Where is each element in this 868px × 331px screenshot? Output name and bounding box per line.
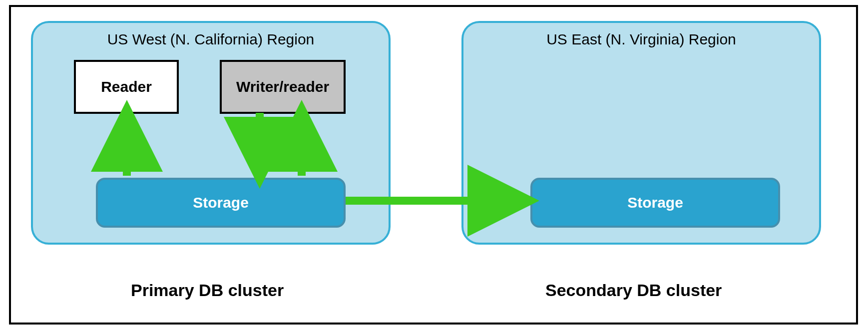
secondary-storage: Storage	[530, 178, 780, 228]
reader-node: Reader	[74, 60, 179, 114]
primary-caption: Primary DB cluster	[131, 281, 284, 300]
diagram-frame: US West (N. California) Region Reader Wr…	[9, 5, 858, 325]
writer-node: Writer/reader	[220, 60, 346, 114]
primary-storage-label: Storage	[193, 194, 249, 211]
reader-node-label: Reader	[101, 78, 152, 95]
primary-region-title: US West (N. California) Region	[33, 31, 389, 48]
writer-node-label: Writer/reader	[236, 78, 329, 95]
secondary-storage-label: Storage	[627, 194, 683, 211]
primary-region-box: US West (N. California) Region Reader Wr…	[31, 21, 391, 245]
primary-storage: Storage	[96, 178, 346, 228]
secondary-caption: Secondary DB cluster	[545, 281, 722, 300]
secondary-region-title: US East (N. Virginia) Region	[463, 31, 819, 48]
secondary-region-box: US East (N. Virginia) Region Storage	[461, 21, 821, 245]
